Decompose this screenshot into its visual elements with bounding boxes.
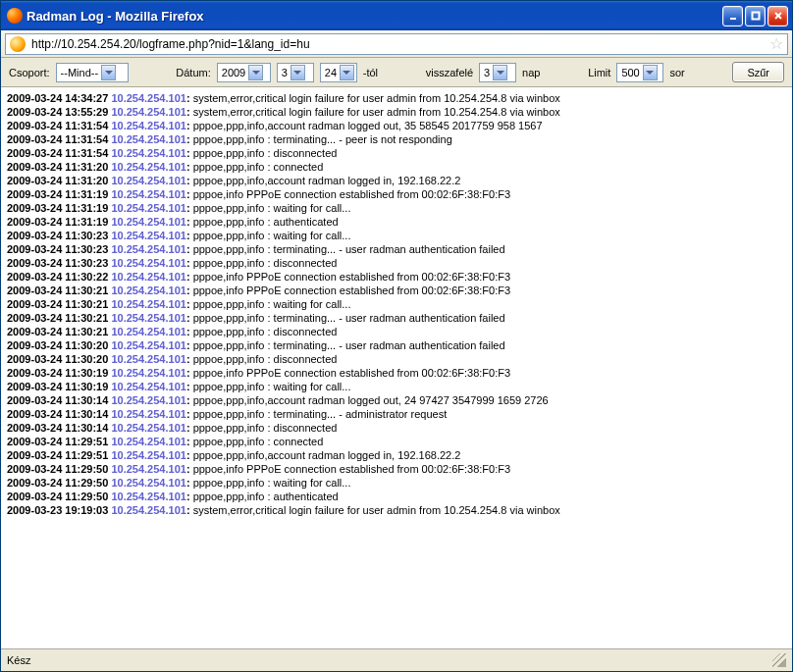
limit-label: Limit — [588, 67, 610, 78]
log-message: pppoe,ppp,info : terminating... - user r… — [193, 312, 505, 324]
log-row: 2009-03-24 14:34:27 10.254.254.101: syst… — [7, 91, 786, 105]
log-row: 2009-03-24 11:31:19 10.254.254.101: pppo… — [7, 187, 786, 201]
log-row: 2009-03-24 11:29:50 10.254.254.101: pppo… — [7, 462, 786, 476]
log-row: 2009-03-24 11:30:14 10.254.254.101: pppo… — [7, 393, 786, 407]
log-message: pppoe,ppp,info : waiting for call... — [193, 477, 351, 489]
log-ip: 10.254.254.101 — [111, 436, 185, 447]
log-timestamp: 2009-03-24 11:31:54 — [7, 147, 108, 159]
log-row: 2009-03-24 11:30:21 10.254.254.101: pppo… — [7, 297, 786, 311]
log-ip: 10.254.254.101 — [111, 394, 185, 406]
log-row: 2009-03-24 11:30:20 10.254.254.101: pppo… — [7, 338, 786, 352]
log-row: 2009-03-24 13:55:29 10.254.254.101: syst… — [7, 105, 786, 119]
log-ip: 10.254.254.101 — [111, 271, 185, 283]
svg-rect-1 — [752, 13, 759, 20]
log-timestamp: 2009-03-24 11:29:50 — [7, 463, 108, 475]
log-ip: 10.254.254.101 — [111, 449, 185, 461]
log-row: 2009-03-24 11:30:19 10.254.254.101: pppo… — [7, 366, 786, 380]
url-input[interactable] — [29, 36, 766, 52]
close-button[interactable] — [767, 6, 788, 26]
log-timestamp: 2009-03-24 11:29:51 — [7, 436, 108, 447]
chevron-down-icon — [340, 65, 354, 80]
status-text: Kész — [7, 654, 30, 666]
filter-button[interactable]: Szűr — [732, 62, 784, 82]
chevron-down-icon — [248, 65, 263, 80]
log-timestamp: 2009-03-24 11:30:23 — [7, 243, 108, 255]
log-message: pppoe,info PPPoE connection established … — [193, 188, 510, 200]
log-row: 2009-03-24 11:30:20 10.254.254.101: pppo… — [7, 352, 786, 366]
log-message: pppoe,ppp,info : waiting for call... — [193, 230, 351, 241]
limit-select[interactable]: 500 — [616, 63, 663, 82]
bookmark-star-icon[interactable]: ☆ — [769, 34, 783, 53]
maximize-button[interactable] — [745, 6, 766, 26]
log-row: 2009-03-24 11:31:54 10.254.254.101: pppo… — [7, 119, 786, 132]
group-select[interactable]: --Mind-- — [56, 63, 129, 82]
log-message: pppoe,ppp,info,account radman logged out… — [193, 120, 543, 131]
log-ip: 10.254.254.101 — [111, 491, 185, 502]
log-timestamp: 2009-03-24 11:31:19 — [7, 202, 108, 214]
log-ip: 10.254.254.101 — [111, 106, 185, 118]
row-unit: sor — [669, 67, 684, 78]
chevron-down-icon — [643, 65, 658, 80]
log-row: 2009-03-24 11:30:14 10.254.254.101: pppo… — [7, 407, 786, 421]
log-ip: 10.254.254.101 — [111, 339, 185, 351]
log-timestamp: 2009-03-24 11:30:22 — [7, 271, 108, 283]
log-timestamp: 2009-03-24 11:30:20 — [7, 339, 108, 351]
log-timestamp: 2009-03-24 11:30:14 — [7, 394, 108, 406]
log-ip: 10.254.254.101 — [111, 367, 185, 379]
log-area: 2009-03-24 14:34:27 10.254.254.101: syst… — [1, 87, 792, 648]
log-timestamp: 2009-03-24 11:30:20 — [7, 353, 108, 365]
window-buttons — [722, 6, 788, 26]
log-ip: 10.254.254.101 — [111, 422, 185, 434]
log-row: 2009-03-24 11:30:23 10.254.254.101: pppo… — [7, 256, 786, 270]
log-ip: 10.254.254.101 — [111, 161, 185, 173]
log-row: 2009-03-23 19:19:03 10.254.254.101: syst… — [7, 503, 786, 517]
chevron-down-icon — [291, 65, 305, 80]
log-timestamp: 2009-03-24 11:29:50 — [7, 477, 108, 489]
log-message: pppoe,ppp,info : connected — [193, 161, 324, 173]
minimize-button[interactable] — [722, 6, 743, 26]
resize-grip-icon[interactable] — [772, 653, 786, 667]
log-ip: 10.254.254.101 — [111, 188, 185, 200]
window-title: Radman Log - Mozilla Firefox — [26, 9, 722, 24]
log-message: pppoe,info PPPoE connection established … — [193, 271, 510, 283]
log-timestamp: 2009-03-24 11:29:51 — [7, 449, 108, 461]
log-message: pppoe,ppp,info,account radman logged in,… — [193, 175, 461, 186]
log-timestamp: 2009-03-24 11:30:21 — [7, 284, 108, 296]
log-ip: 10.254.254.101 — [111, 133, 185, 145]
log-row: 2009-03-24 11:31:20 10.254.254.101: pppo… — [7, 160, 786, 174]
date-label: Dátum: — [176, 67, 210, 78]
day-unit: nap — [522, 67, 540, 78]
url-field[interactable]: ☆ — [5, 33, 788, 55]
log-timestamp: 2009-03-24 11:30:19 — [7, 367, 108, 379]
group-label: Csoport: — [9, 67, 50, 78]
log-ip: 10.254.254.101 — [111, 257, 185, 269]
log-row: 2009-03-24 11:29:51 10.254.254.101: pppo… — [7, 448, 786, 462]
log-ip: 10.254.254.101 — [111, 147, 185, 159]
log-message: pppoe,ppp,info : terminating... - peer i… — [193, 133, 452, 145]
back-label: visszafelé — [426, 67, 473, 78]
log-ip: 10.254.254.101 — [111, 353, 185, 365]
log-timestamp: 2009-03-23 19:19:03 — [7, 504, 108, 516]
log-ip: 10.254.254.101 — [111, 381, 185, 392]
day-select[interactable]: 24 — [320, 63, 357, 82]
log-ip: 10.254.254.101 — [111, 504, 185, 516]
log-timestamp: 2009-03-24 11:30:21 — [7, 298, 108, 310]
log-ip: 10.254.254.101 — [111, 230, 185, 241]
log-message: system,error,critical login failure for … — [193, 504, 560, 516]
year-select[interactable]: 2009 — [217, 63, 271, 82]
log-message: pppoe,ppp,info : waiting for call... — [193, 381, 351, 392]
log-row: 2009-03-24 11:31:20 10.254.254.101: pppo… — [7, 174, 786, 187]
log-row: 2009-03-24 11:31:54 10.254.254.101: pppo… — [7, 132, 786, 146]
log-ip: 10.254.254.101 — [111, 298, 185, 310]
month-select[interactable]: 3 — [277, 63, 314, 82]
log-message: pppoe,ppp,info : terminating... - admini… — [193, 408, 448, 420]
log-ip: 10.254.254.101 — [111, 463, 185, 475]
log-ip: 10.254.254.101 — [111, 477, 185, 489]
address-bar: ☆ — [1, 30, 792, 58]
log-message: pppoe,ppp,info : waiting for call... — [193, 202, 351, 214]
back-days-select[interactable]: 3 — [479, 63, 516, 82]
log-timestamp: 2009-03-24 13:55:29 — [7, 106, 108, 118]
log-timestamp: 2009-03-24 11:30:19 — [7, 381, 108, 392]
log-message: pppoe,ppp,info : disconnected — [193, 326, 338, 337]
log-message: pppoe,ppp,info : disconnected — [193, 257, 338, 269]
